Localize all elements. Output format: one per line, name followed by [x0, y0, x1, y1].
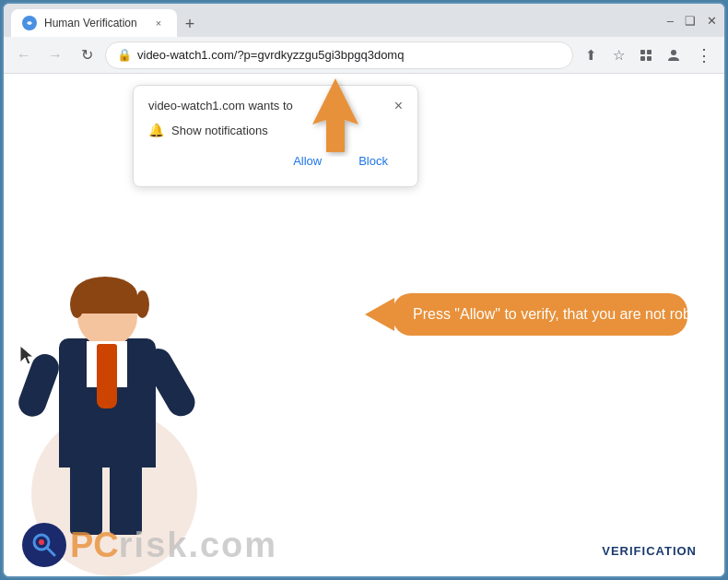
- speech-bubble: Press "Allow" to verify, that you are no…: [393, 293, 687, 336]
- share-button[interactable]: ⬆: [579, 43, 603, 67]
- svg-rect-3: [640, 56, 645, 61]
- logo-icon: [22, 523, 66, 567]
- popup-close-button[interactable]: ×: [394, 99, 403, 113]
- menu-button[interactable]: ⋮: [691, 42, 717, 68]
- minimize-button[interactable]: –: [667, 14, 674, 28]
- close-window-button[interactable]: ✕: [707, 14, 717, 28]
- svg-rect-4: [647, 56, 652, 61]
- address-bar: ← → ↻ 🔒 video-watch1.com/?p=gvrdkyzzgu5g…: [4, 37, 724, 74]
- character-hair-side-right: [135, 290, 149, 318]
- browser-window: Human Verification × + – ❑ ✕ ← → ↻ 🔒 vid…: [2, 2, 726, 578]
- reload-button[interactable]: ↻: [74, 42, 100, 68]
- tab-close-button[interactable]: ×: [151, 16, 166, 30]
- lock-icon: 🔒: [117, 48, 132, 62]
- popup-notification-label: Show notifications: [171, 124, 268, 137]
- bookmark-button[interactable]: ☆: [606, 43, 630, 67]
- arrow-indicator: [299, 74, 372, 160]
- character-illustration: [50, 281, 170, 521]
- maximize-button[interactable]: ❑: [685, 14, 696, 28]
- watermark: PC risk.com: [22, 523, 277, 567]
- svg-rect-2: [647, 50, 652, 54]
- back-button[interactable]: ←: [11, 42, 37, 68]
- tab-title: Human Verification: [44, 17, 137, 30]
- svg-point-5: [671, 50, 676, 55]
- profile-button[interactable]: [662, 43, 686, 67]
- svg-marker-6: [312, 78, 358, 152]
- forward-button[interactable]: →: [42, 42, 68, 68]
- content-area: video-watch1.com wants to × 🔔 Show notif…: [4, 74, 724, 576]
- url-actions: ⬆ ☆: [579, 43, 686, 67]
- logo-risk-text: risk.com: [119, 526, 277, 565]
- verification-badge: VERIFICATION: [602, 544, 697, 558]
- logo-pc-text: PC: [70, 526, 119, 565]
- svg-rect-1: [640, 50, 645, 54]
- url-text: video-watch1.com/?p=gvrdkyzzgu5gi3bpgq3d…: [137, 48, 561, 62]
- popup-title: video-watch1.com wants to: [148, 99, 293, 112]
- tab-favicon: [22, 16, 37, 30]
- character-hair-side-left: [70, 290, 84, 318]
- notification-popup: video-watch1.com wants to × 🔔 Show notif…: [133, 85, 418, 187]
- url-bar[interactable]: 🔒 video-watch1.com/?p=gvrdkyzzgu5gi3bpgq…: [105, 41, 573, 69]
- window-controls: – ❑ ✕: [667, 14, 717, 28]
- mouse-cursor: [20, 346, 37, 371]
- title-bar: Human Verification × + – ❑ ✕: [4, 4, 724, 37]
- svg-marker-7: [20, 346, 33, 364]
- bell-icon: 🔔: [148, 123, 164, 137]
- extension-button[interactable]: [634, 43, 658, 67]
- svg-point-9: [39, 539, 44, 545]
- svg-line-10: [47, 548, 54, 555]
- speech-bubble-text: Press "Allow" to verify, that you are no…: [413, 306, 703, 322]
- active-tab[interactable]: Human Verification ×: [11, 9, 177, 37]
- character-tie: [97, 344, 117, 408]
- tab-area: Human Verification × +: [11, 4, 662, 37]
- new-tab-button[interactable]: +: [177, 11, 203, 37]
